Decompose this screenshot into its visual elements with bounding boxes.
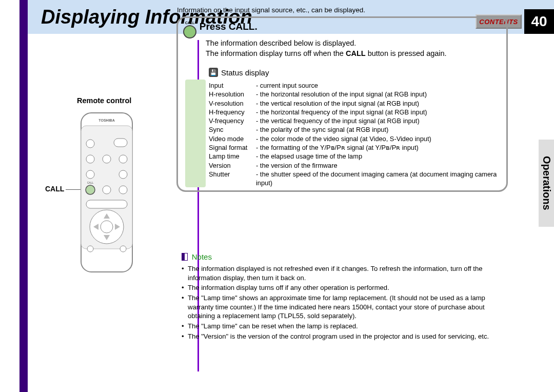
call-button-icon: CALL: [183, 21, 196, 38]
status-param-row: Shutterthe shutter speed of the document…: [209, 170, 506, 188]
press-call-heading: Press CALL.: [200, 21, 258, 32]
status-param-row: Inputcurrent input source: [209, 81, 506, 90]
status-param-row: Lamp timethe elapsed usage time of the l…: [209, 152, 506, 161]
svg-point-5: [103, 155, 111, 163]
svg-point-21: [120, 246, 126, 252]
notes-item: The information display turns off if any…: [182, 283, 508, 292]
status-accent-strip: [185, 80, 206, 187]
svg-point-4: [86, 155, 94, 163]
press-call-description: The information described below is displ…: [206, 38, 501, 58]
status-param-row: V-frequencythe vertical frequency of the…: [209, 116, 506, 125]
status-display-heading: Status display: [221, 68, 269, 77]
page-number: 40: [524, 9, 554, 34]
status-param-row: Video modethe color mode of the video si…: [209, 134, 506, 143]
notes-item: The "Lamp time" shows an approximate tim…: [182, 293, 508, 321]
notes-item: The "Version" is the version of the cont…: [182, 332, 508, 341]
remote-control-heading: Remote control: [77, 96, 131, 105]
section-tab-operations[interactable]: Operations: [539, 140, 554, 227]
svg-rect-3: [114, 139, 127, 147]
status-param-row: H-resolutionthe horizontal resolution of…: [209, 90, 506, 99]
status-param-row: Signal formatthe formatting of the Y/Pʙ/…: [209, 143, 506, 152]
svg-point-7: [86, 170, 94, 179]
status-param-row: V-resolutionthe vertical resolution of t…: [209, 99, 506, 108]
svg-text:CALL: CALL: [87, 181, 94, 184]
status-param-row: H-frequencythe horizontal frequency of t…: [209, 108, 506, 116]
remote-call-indicator: CALL: [45, 185, 64, 193]
notes-icon: [182, 253, 188, 261]
svg-point-11: [103, 186, 111, 194]
remote-brand: TOSHIBA: [98, 119, 114, 122]
svg-point-2: [86, 140, 94, 148]
svg-point-15: [101, 221, 113, 233]
svg-point-20: [87, 246, 93, 252]
intro-text: Information on the input signal source, …: [177, 6, 365, 14]
svg-point-8: [119, 170, 127, 179]
press-call-panel: CALL Press CALL. The information describ…: [176, 16, 508, 192]
svg-rect-13: [86, 200, 127, 208]
notes-heading: Notes: [192, 252, 212, 261]
status-param-row: Syncthe polarity of the sync signal (at …: [209, 125, 506, 134]
remote-control-illustration: TOSHIBA CALL: [75, 108, 138, 277]
status-params-table: Inputcurrent input sourceH-resolutionthe…: [209, 81, 506, 187]
svg-point-12: [119, 186, 127, 194]
svg-point-9: [86, 185, 95, 194]
disk-icon: 💾: [209, 68, 218, 77]
notes-item: The information displayed is not refresh…: [182, 264, 508, 282]
notes-item: The "Lamp time" can be reset when the la…: [182, 322, 508, 331]
notes-list: The information displayed is not refresh…: [182, 264, 508, 341]
notes-section: Notes The information displayed is not r…: [182, 252, 508, 342]
status-param-row: Versionthe version of the firmware: [209, 161, 506, 170]
left-accent-strip: [19, 0, 28, 392]
svg-point-6: [119, 155, 127, 163]
